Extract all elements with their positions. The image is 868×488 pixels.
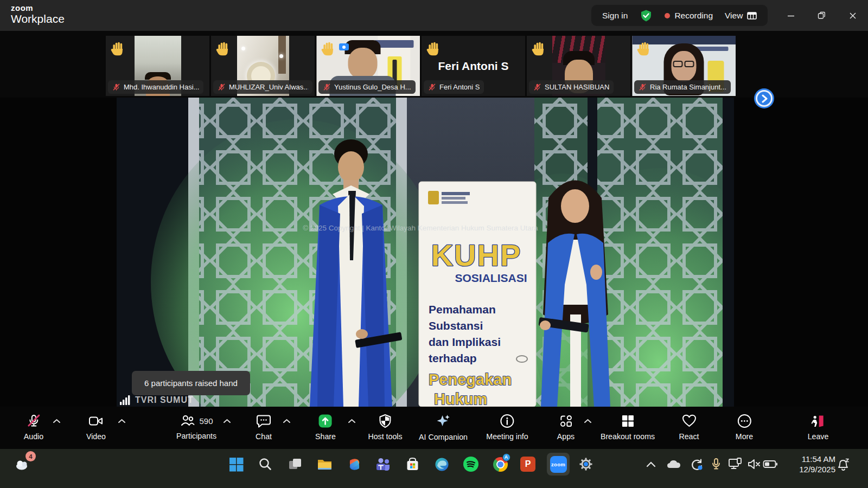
participant-name-badge: SULTAN HASIBUAN [529, 80, 614, 94]
leave-meeting-icon [810, 414, 826, 428]
svg-text:Substansi: Substansi [429, 319, 483, 332]
raised-hand-icon [636, 41, 653, 57]
participant-name-badge: Yustinus Gulo_Desa H... [318, 80, 416, 94]
participants-button[interactable]: 590 Participants [176, 414, 216, 440]
zoom-app-button[interactable]: zoom [547, 453, 570, 476]
share-options-caret[interactable] [348, 419, 356, 423]
participant-tile[interactable]: Feri Antoni S Feri Antoni S [422, 36, 525, 96]
female-presenter [538, 181, 610, 407]
participants-count: 590 [199, 416, 213, 426]
camera-icon [88, 414, 104, 428]
view-label: View [725, 11, 743, 21]
clock-date: 12/9/2025 [781, 464, 835, 474]
copyright-watermark: © 2025 Copyright | Kantor Wilayah Kement… [303, 224, 538, 232]
participant-tile[interactable]: MUHLIZAR_Univ Alwas... [211, 36, 315, 96]
sync-arrows-icon [690, 457, 704, 471]
participant-filmstrip: Mhd. Ihwanuddin Hasi... MUHLIZAR_Univ Al… [0, 31, 868, 98]
breakout-rooms-button[interactable]: Breakout rooms [601, 414, 655, 441]
channel-name: TVRI SUMUT [135, 395, 194, 405]
restore-button[interactable] [806, 0, 837, 31]
banner-title: KUHP [431, 238, 522, 272]
audio-options-caret[interactable] [53, 419, 61, 423]
chrome-button[interactable]: A [492, 455, 509, 473]
recording-indicator[interactable]: Recording [665, 11, 713, 21]
participant-display-name: Feri Antoni S [422, 60, 525, 73]
tray-mic-icon [710, 458, 722, 471]
kuhp-banner: KUHP SOSIALISASI Pemahaman Substansi dan… [419, 182, 536, 407]
video-button[interactable]: Video [86, 414, 106, 441]
participant-tile[interactable]: Mhd. Ihwanuddin Hasi... [106, 36, 209, 96]
edge-button[interactable] [433, 455, 450, 473]
volume-muted-button[interactable] [745, 455, 763, 473]
view-grid-icon [747, 11, 757, 20]
zoom-workplace-logo: zoom Workplace [11, 4, 65, 24]
taskbar-clock[interactable]: 11:54 AM 12/9/2025 [781, 454, 835, 474]
chat-icon [256, 414, 271, 428]
onedrive-button[interactable] [665, 455, 682, 473]
participant-tile[interactable]: Yustinus Gulo_Desa H... [316, 36, 420, 96]
settings-button[interactable] [577, 455, 595, 473]
task-view-button[interactable] [286, 455, 304, 473]
widgets-button[interactable]: 4 [14, 455, 31, 473]
next-page-ring [756, 90, 773, 107]
audio-button[interactable]: Audio [24, 414, 43, 441]
svg-text:dan Implikasi: dan Implikasi [429, 336, 501, 348]
raised-hand-icon [215, 41, 232, 57]
svg-text:Hukum: Hukum [434, 390, 487, 407]
participant-tile[interactable]: SULTAN HASIBUAN [527, 36, 630, 96]
settings-gear-icon [578, 457, 593, 472]
zoom-workplace-window: zoom Workplace Sign in Recording View [0, 0, 868, 488]
ai-companion-sparkle-icon [436, 414, 451, 429]
notification-center-button[interactable] [834, 455, 852, 473]
minimize-button[interactable] [775, 0, 806, 31]
muted-mic-icon [112, 83, 120, 91]
participant-name-badge: Ria Rumata Simanjunt... [634, 80, 731, 94]
video-options-caret[interactable] [118, 419, 126, 423]
view-button[interactable]: View [725, 11, 757, 21]
share-button[interactable]: Share [315, 414, 336, 441]
microsoft-store-button[interactable] [404, 455, 421, 473]
svg-text:Penegakan: Penegakan [429, 371, 512, 388]
host-tools-button[interactable]: Host tools [368, 414, 402, 441]
chat-button[interactable]: Chat [256, 414, 272, 441]
raised-hand-toast: 6 participants raised hand [132, 371, 250, 395]
file-explorer-button[interactable] [316, 455, 333, 473]
search-button[interactable] [257, 455, 274, 473]
chat-options-caret[interactable] [283, 419, 291, 423]
spotify-button[interactable] [462, 455, 480, 473]
raised-hand-icon [321, 41, 337, 57]
tray-overflow-button[interactable] [642, 455, 660, 473]
sync-status-button[interactable] [688, 455, 705, 473]
signal-bars-icon [120, 395, 131, 405]
participant-tile[interactable]: Ria Rumata Simanjunt... [632, 36, 736, 96]
participants-options-caret[interactable] [223, 419, 231, 423]
apps-button[interactable]: Apps [557, 414, 575, 441]
breakout-rooms-icon [621, 414, 635, 428]
leave-button[interactable]: Leave [808, 414, 829, 441]
close-button[interactable] [837, 0, 868, 31]
teams-button[interactable] [374, 455, 392, 473]
sign-in-button[interactable]: Sign in [602, 11, 628, 21]
encryption-shield-icon[interactable] [640, 9, 653, 22]
banner-subtitle: SOSIALISASI [455, 272, 527, 284]
participant-name-badge: MUHLIZAR_Univ Alwas... [213, 80, 312, 94]
powerpoint-button[interactable]: P [519, 455, 537, 473]
next-page-button[interactable] [754, 88, 774, 108]
cast-display-icon [728, 457, 743, 471]
copilot-button[interactable] [346, 455, 363, 473]
meeting-info-button[interactable]: Meeting info [486, 414, 528, 441]
video-on-badge-icon [339, 43, 349, 50]
apps-options-caret[interactable] [584, 419, 592, 423]
mic-muted-icon [26, 414, 41, 428]
svg-text:terhadap: terhadap [429, 352, 477, 364]
more-button[interactable]: More [736, 414, 753, 441]
ai-companion-button[interactable]: AI Companion [419, 414, 468, 441]
start-button[interactable] [227, 455, 245, 473]
react-button[interactable]: React [679, 414, 699, 441]
cast-display-button[interactable] [727, 455, 744, 473]
ellipsis-icon [737, 414, 751, 428]
tray-mic-button[interactable] [707, 455, 725, 473]
battery-button[interactable] [762, 455, 779, 473]
title-bar: zoom Workplace Sign in Recording View [0, 0, 868, 31]
powerpoint-icon: P [520, 457, 535, 472]
